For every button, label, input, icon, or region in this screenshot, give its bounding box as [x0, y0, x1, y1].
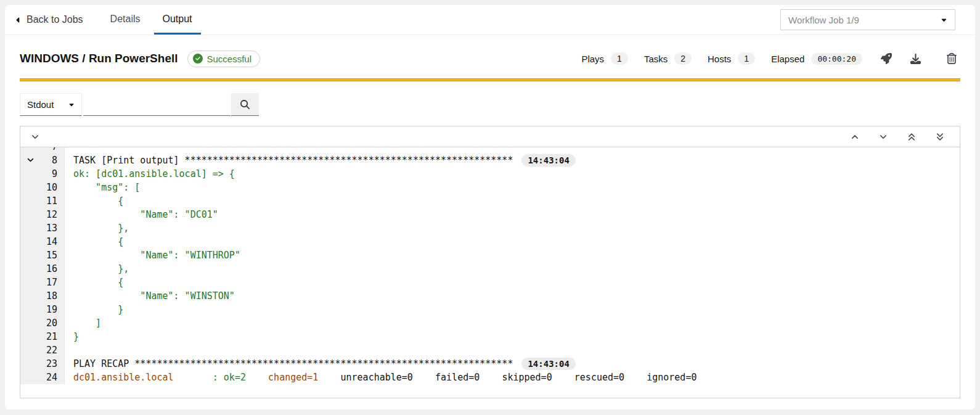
line-content: { [65, 235, 123, 249]
line-content: TASK [Print output] ********************… [65, 154, 576, 167]
line-content: { [65, 276, 123, 289]
line-number-gutter: 9 [20, 167, 65, 181]
scroll-previous-button[interactable] [849, 131, 860, 143]
output-line-22: 22 [20, 343, 960, 357]
output-line-19: 19 } [20, 303, 960, 316]
job-actions [877, 49, 960, 68]
line-content: } [65, 330, 79, 343]
status-badge: Successful [187, 51, 261, 67]
tab-output[interactable]: Output [154, 5, 201, 35]
timestamp-badge: 14:43:04 [521, 154, 575, 166]
search-button[interactable] [231, 93, 259, 116]
job-header-right: Plays1Tasks2Hosts1Elapsed00:00:20 [581, 49, 960, 68]
line-content: "Name": "WINTHROP" [65, 249, 240, 262]
output-line-20: 20 ] [20, 316, 960, 330]
output-line-16: 16 }, [20, 262, 960, 276]
line-content: "msg": [ [65, 181, 140, 194]
stdout-filter-value: Stdout [27, 99, 54, 110]
job-header: WINDOWS / Run PowerShell Successful Play… [5, 40, 975, 77]
output-line-21: 21} [20, 330, 960, 343]
scroll-last-button[interactable] [934, 131, 945, 143]
line-number-gutter: 7 [20, 147, 65, 154]
chevron-down-icon [31, 133, 39, 141]
top-navigation: Back to Jobs Details Output Workflow Job… [5, 5, 975, 35]
tab-details[interactable]: Details [102, 5, 149, 35]
stat-label: Tasks [644, 54, 668, 64]
stat-value-badge: 1 [611, 52, 628, 65]
line-number-gutter: 8 [20, 154, 65, 167]
line-number-gutter: 17 [20, 276, 65, 289]
stat-value-badge: 00:00:20 [811, 53, 862, 65]
line-content: { [65, 194, 123, 208]
line-number: 15 [46, 250, 57, 261]
collapse-task-toggle-icon[interactable] [27, 156, 35, 164]
workflow-job-selector[interactable]: Workflow Job 1/9 [780, 9, 955, 30]
job-output-page: Back to Jobs Details Output Workflow Job… [5, 5, 975, 409]
relaunch-rocket-icon [881, 53, 892, 64]
line-number-gutter: 19 [20, 303, 65, 316]
line-number-gutter: 23 [20, 357, 65, 371]
line-number-gutter: 22 [20, 343, 65, 357]
delete-trash-icon [947, 53, 957, 64]
line-number: 21 [46, 331, 57, 342]
line-number-gutter: 16 [20, 262, 65, 276]
stat-value-badge: 1 [738, 52, 755, 65]
stat-tasks: Tasks2 [644, 52, 692, 65]
download-icon [910, 54, 921, 64]
line-number-gutter: 10 [20, 181, 65, 194]
caret-left-icon [16, 16, 22, 24]
download-output-button[interactable] [907, 50, 925, 68]
caret-down-icon [68, 101, 75, 108]
job-stats: Plays1Tasks2Hosts1Elapsed00:00:20 [581, 52, 862, 65]
back-to-jobs-link[interactable]: Back to Jobs [16, 5, 83, 35]
line-number-gutter: 21 [20, 330, 65, 343]
line-number: 16 [46, 263, 57, 274]
line-number: 17 [46, 277, 57, 288]
line-content: "Name": "WINSTON" [65, 289, 235, 303]
timestamp-badge: 14:43:04 [521, 358, 575, 370]
delete-job-button[interactable] [943, 49, 960, 68]
relaunch-button[interactable] [877, 49, 896, 68]
output-line-23: 23PLAY RECAP ***************************… [20, 357, 960, 371]
output-line-7: 7 [20, 147, 960, 154]
chevron-up-icon [851, 133, 859, 141]
line-content: "Name": "DC01" [65, 208, 218, 221]
search-icon [240, 100, 250, 109]
stat-label: Plays [581, 54, 604, 64]
workflow-selector-value: Workflow Job 1/9 [788, 15, 859, 25]
job-progress-bar [20, 78, 960, 81]
scroll-next-button[interactable] [878, 131, 889, 143]
back-link-label: Back to Jobs [27, 14, 83, 25]
expand-collapse-all-button[interactable] [30, 131, 41, 142]
line-content [65, 343, 73, 357]
stat-hosts: Hosts1 [708, 52, 755, 65]
output-line-15: 15 "Name": "WINTHROP" [20, 249, 960, 262]
output-panel: 78TASK [Print output] ******************… [20, 126, 960, 398]
stdout-toolbar: Stdout [20, 93, 960, 116]
line-number-gutter: 12 [20, 208, 65, 221]
output-line-17: 17 { [20, 276, 960, 289]
line-number-gutter: 15 [20, 249, 65, 262]
stat-plays: Plays1 [581, 52, 627, 65]
line-number: 9 [52, 168, 57, 179]
line-content: ] [65, 316, 101, 330]
line-number-gutter: 18 [20, 289, 65, 303]
line-content: }, [65, 221, 129, 235]
scroll-first-button[interactable] [906, 131, 917, 143]
line-number-gutter: 13 [20, 221, 65, 235]
line-number: 23 [46, 358, 57, 369]
stdout-filter-select[interactable]: Stdout [20, 93, 82, 116]
double-chevron-up-icon [907, 132, 916, 142]
line-number: 24 [46, 372, 57, 383]
line-number: 19 [46, 304, 57, 315]
status-badge-label: Successful [207, 54, 252, 64]
line-content: ok: [dc01.ansible.local] => { [65, 167, 235, 181]
line-number: 13 [46, 223, 57, 234]
scroll-controls [849, 131, 950, 143]
check-circle-icon [193, 54, 203, 64]
stdout-console[interactable]: 78TASK [Print output] ******************… [20, 147, 960, 398]
search-input[interactable] [83, 93, 231, 116]
output-panel-toolbar [20, 126, 960, 147]
line-number: 12 [46, 209, 57, 220]
job-title: WINDOWS / Run PowerShell [20, 52, 178, 65]
